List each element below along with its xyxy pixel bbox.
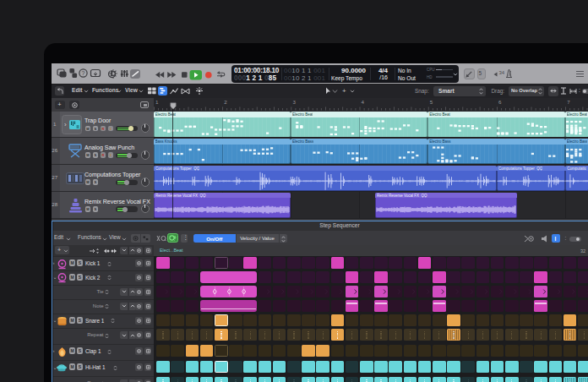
svg-text:?: ?	[82, 70, 85, 76]
